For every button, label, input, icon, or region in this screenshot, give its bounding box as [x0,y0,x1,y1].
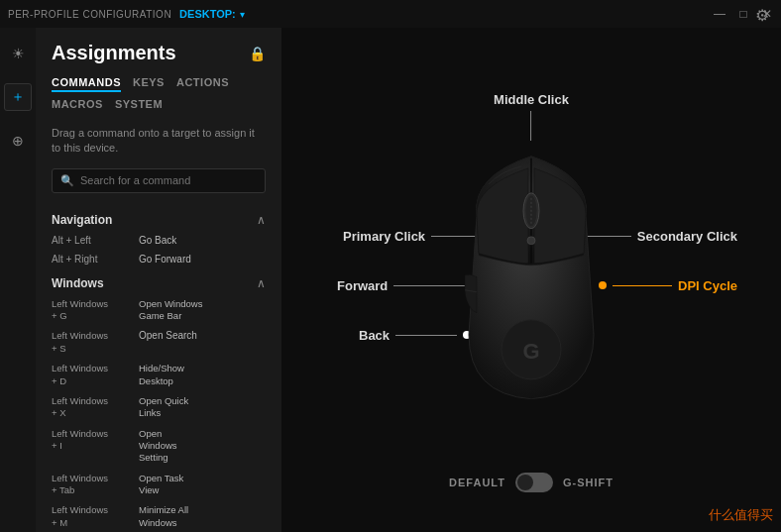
search-box[interactable]: 🔍 [52,168,266,193]
tabs-row-1: COMMANDS KEYS ACTIONS [36,72,281,96]
cmd-label: OpenWindowsSetting [139,428,177,465]
main-area: Middle Click Primary Click Secondary Cli… [281,28,781,532]
move-nav-icon[interactable]: ⊕ [4,127,32,155]
sidebar-title: Assignments [52,42,176,64]
cmd-key: Left Windows+ G [52,298,131,323]
search-input[interactable] [80,174,257,186]
list-item[interactable]: Left Windows+ S Open Search [36,326,281,359]
forward-label: Forward [337,278,388,293]
nav-section-header[interactable]: Navigation ∧ [36,205,281,231]
add-nav-icon[interactable]: ＋ [4,83,32,111]
mouse-diagram: Middle Click Primary Click Secondary Cli… [323,62,739,479]
cmd-key: Alt + Left [52,235,131,246]
cmd-label: Open Search [139,330,197,355]
tab-system[interactable]: SYSTEM [115,98,163,112]
mouse-image: G [447,136,615,393]
windows-collapse-icon: ∧ [257,276,266,290]
mode-toggle-switch[interactable] [515,473,553,492]
cmd-key: Left Windows+ M [52,504,131,529]
cmd-label: Go Back [139,235,176,246]
windows-section-title: Windows [52,276,104,290]
maximize-button[interactable]: □ [737,8,749,20]
cmd-key: Left Windows+ I [52,428,131,465]
tab-keys[interactable]: KEYS [133,76,165,92]
nav-collapse-icon: ∧ [257,213,266,227]
tab-actions[interactable]: ACTIONS [176,76,229,92]
cmd-key: Alt + Right [52,254,131,265]
watermark-text: 什么值得买 [709,506,773,524]
cmd-label: Open QuickLinks [139,395,188,420]
title-bar-left: PER-PROFILE CONFIGURATION DESKTOP: ▾ [8,8,245,20]
gshift-mode-label: G-SHIFT [563,477,614,488]
mode-toggle: DEFAULT G-SHIFT [449,473,614,492]
list-item[interactable]: Alt + Left Go Back [36,231,281,250]
cmd-label: Open TaskView [139,473,183,497]
left-nav-strip: ☀ ＋ ⊕ [0,28,36,532]
svg-text:G: G [522,338,539,363]
list-item[interactable]: Left Windows+ Tab Open TaskView [36,469,281,501]
cmd-key: Left Windows+ D [52,363,131,387]
cmd-label: Hide/ShowDesktop [139,363,184,387]
default-mode-label: DEFAULT [449,477,505,488]
drag-hint-text: Drag a command onto a target to assign i… [36,120,281,164]
lock-icon: 🔒 [249,46,266,61]
tab-commands[interactable]: COMMANDS [52,76,121,92]
minimize-button[interactable]: — [714,8,725,20]
list-item[interactable]: Left Windows+ X Open QuickLinks [36,391,281,424]
dpi-cycle-label: DPI Cycle [678,278,737,293]
tabs-row-2: MACROS SYSTEM [36,96,281,120]
sidebar-panel: Assignments 🔒 COMMANDS KEYS ACTIONS MACR… [36,28,281,532]
cmd-key: Left Windows+ S [52,330,131,355]
sidebar-header: Assignments 🔒 [36,28,281,72]
cmd-label: Minimize AllWindows [139,504,188,529]
middle-click-label: Middle Click [494,92,569,107]
command-list: Navigation ∧ Alt + Left Go Back Alt + Ri… [36,205,281,532]
svg-point-4 [527,236,535,244]
brightness-nav-icon[interactable]: ☀ [4,40,32,67]
list-item[interactable]: Left Windows+ M Minimize AllWindows [36,500,281,532]
app-title: PER-PROFILE CONFIGURATION [8,9,171,20]
list-item[interactable]: Alt + Right Go Forward [36,250,281,268]
primary-click-label: Primary Click [343,229,425,244]
list-item[interactable]: Left Windows+ D Hide/ShowDesktop [36,359,281,391]
profile-name: DESKTOP: [179,8,236,20]
tab-macros[interactable]: MACROS [52,98,103,112]
settings-icon[interactable]: ⚙ [755,6,769,25]
cmd-label: Go Forward [139,254,191,265]
profile-selector[interactable]: DESKTOP: ▾ [179,8,245,20]
toggle-knob [517,475,533,490]
cmd-key: Left Windows+ Tab [52,473,131,497]
windows-section-header[interactable]: Windows ∧ [36,268,281,294]
cmd-key: Left Windows+ X [52,395,131,420]
nav-section-title: Navigation [52,213,112,227]
search-icon: 🔍 [60,174,74,187]
list-item[interactable]: Left Windows+ G Open WindowsGame Bar [36,294,281,327]
cmd-label: Open WindowsGame Bar [139,298,202,323]
list-item[interactable]: Left Windows+ I OpenWindowsSetting [36,424,281,469]
back-label: Back [359,328,390,343]
secondary-click-label: Secondary Click [637,229,737,244]
chevron-down-icon: ▾ [240,9,245,20]
title-bar: PER-PROFILE CONFIGURATION DESKTOP: ▾ — □… [0,0,781,28]
